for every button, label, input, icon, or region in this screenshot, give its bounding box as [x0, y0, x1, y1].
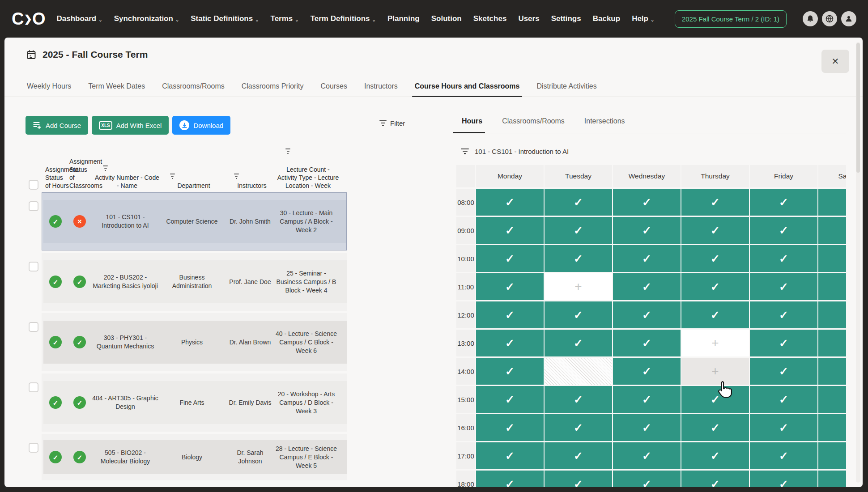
column-header-4[interactable]: Department: [161, 182, 227, 191]
column-header-3[interactable]: Activity Number - Code - Name: [94, 174, 161, 191]
schedule-cell-available[interactable]: ✓: [613, 442, 681, 469]
schedule-cell-available[interactable]: ✓: [613, 386, 681, 413]
schedule-cell-available[interactable]: ✓: [476, 471, 544, 487]
schedule-cell-available[interactable]: ✓: [476, 414, 544, 441]
schedule-cell-available[interactable]: ✓: [750, 358, 817, 385]
schedule-cell-available[interactable]: ✓: [545, 245, 612, 272]
schedule-cell-available[interactable]: ✓: [613, 471, 681, 487]
row-card[interactable]: ✓✓303 - PHY301 - Quantum MechanicsPhysic…: [43, 321, 347, 364]
schedule-cell-available[interactable]: ✓: [545, 442, 612, 469]
schedule-cell-available[interactable]: ✓: [681, 245, 749, 272]
nav-item-synchronization[interactable]: Synchronization⌄: [114, 14, 179, 23]
schedule-cell-available[interactable]: ✓: [681, 414, 749, 441]
app-logo[interactable]: C❯O: [12, 9, 45, 29]
schedule-cell-available[interactable]: ✓: [476, 386, 544, 413]
column-filter-icon[interactable]: [103, 165, 108, 171]
row-checkbox[interactable]: [29, 201, 38, 211]
schedule-cell-available[interactable]: ✓: [818, 245, 846, 272]
active-term-badge[interactable]: 2025 Fall Course Term / 2 (ID: 1): [675, 10, 787, 28]
schedule-cell-available[interactable]: ✓: [681, 273, 749, 300]
schedule-cell-available[interactable]: ✓: [476, 442, 544, 469]
schedule-cell-available[interactable]: ✓: [750, 301, 817, 328]
nav-item-users[interactable]: Users: [518, 14, 539, 23]
schedule-cell-available[interactable]: ✓: [613, 245, 681, 272]
tab-hours[interactable]: Hours: [462, 116, 482, 133]
schedule-cell-available[interactable]: ✓: [545, 414, 612, 441]
tab-classrooms-rooms[interactable]: Classrooms/Rooms: [161, 81, 226, 97]
schedule-cell-blocked[interactable]: [545, 358, 612, 385]
schedule-cell-available[interactable]: ✓: [681, 301, 749, 328]
schedule-filter[interactable]: 101 - CS101 - Introduction to AI: [461, 148, 846, 155]
schedule-cell-available[interactable]: ✓: [818, 471, 846, 487]
schedule-cell-available[interactable]: ✓: [818, 189, 846, 216]
schedule-cell-available[interactable]: ✓: [681, 471, 749, 487]
column-header-6[interactable]: Lecture Count - Activity Type - Lecture …: [277, 165, 339, 191]
schedule-cell-available[interactable]: ✓: [613, 301, 681, 328]
schedule-cell-available[interactable]: ✓: [750, 189, 817, 216]
column-filter-icon[interactable]: [234, 174, 239, 179]
nav-item-planning[interactable]: Planning: [387, 14, 420, 23]
schedule-cell-available[interactable]: ✓: [818, 414, 846, 441]
add-course-button[interactable]: Add Course: [26, 116, 88, 135]
schedule-cell-hover[interactable]: +: [681, 358, 749, 385]
schedule-cell-available[interactable]: ✓: [476, 273, 544, 300]
nav-item-term-definitions[interactable]: Term Definitions⌄: [311, 14, 376, 23]
tab-weekly-hours[interactable]: Weekly Hours: [26, 81, 72, 97]
course-row[interactable]: ✓✕101 - CS101 - Introduction to AIComput…: [27, 192, 347, 250]
row-card[interactable]: ✓✓505 - BIO202 - Molecular BiologyBiolog…: [43, 440, 347, 474]
row-checkbox[interactable]: [29, 262, 38, 271]
tab-intersections[interactable]: Intersections: [584, 116, 625, 133]
schedule-cell-available[interactable]: ✓: [681, 442, 749, 469]
nav-item-terms[interactable]: Terms⌄: [271, 14, 299, 23]
schedule-cell-available[interactable]: ✓: [681, 189, 749, 216]
schedule-cell-available[interactable]: ✓: [545, 217, 612, 244]
add-with-excel-button[interactable]: XLS Add With Excel: [92, 116, 169, 135]
tab-course-hours-and-classrooms[interactable]: Course Hours and Classrooms: [414, 81, 521, 97]
schedule-cell-empty[interactable]: +: [681, 330, 749, 356]
column-header-5[interactable]: Instructors: [227, 182, 277, 191]
schedule-cell-available[interactable]: ✓: [750, 330, 817, 356]
schedule-cell-available[interactable]: ✓: [476, 189, 544, 216]
tab-distribute-activities[interactable]: Distribute Activities: [536, 81, 597, 97]
nav-item-dashboard[interactable]: Dashboard⌄: [56, 14, 102, 23]
nav-item-static-definitions[interactable]: Static Definitions⌄: [191, 14, 259, 23]
row-card[interactable]: ✓✓404 - ART305 - Graphic DesignFine Arts…: [43, 381, 347, 424]
tab-term-week-dates[interactable]: Term Week Dates: [87, 81, 146, 97]
tab-instructors[interactable]: Instructors: [363, 81, 399, 97]
schedule-cell-available[interactable]: ✓: [750, 273, 817, 300]
schedule-cell-available[interactable]: ✓: [476, 245, 544, 272]
schedule-cell-available[interactable]: ✓: [545, 189, 612, 216]
schedule-cell-available[interactable]: ✓: [750, 471, 817, 487]
schedule-cell-available[interactable]: ✓: [681, 217, 749, 244]
schedule-cell-available[interactable]: ✓: [750, 442, 817, 469]
schedule-cell-available[interactable]: ✓: [476, 217, 544, 244]
schedule-cell-available[interactable]: ✓: [818, 358, 846, 385]
schedule-cell-available[interactable]: ✓: [613, 358, 681, 385]
tab-courses[interactable]: Courses: [319, 81, 348, 97]
schedule-cell-available[interactable]: ✓: [545, 386, 612, 413]
select-all-checkbox[interactable]: [29, 180, 38, 190]
notifications-icon[interactable]: [803, 11, 818, 26]
schedule-cell-available[interactable]: ✓: [545, 301, 612, 328]
nav-item-solution[interactable]: Solution: [431, 14, 462, 23]
course-row[interactable]: ✓✓202 - BUS202 - Marketing Basics iyoloj…: [27, 253, 347, 311]
row-card[interactable]: ✓✓202 - BUS202 - Marketing Basics iyoloj…: [43, 260, 347, 303]
row-checkbox[interactable]: [29, 443, 38, 453]
tab-classrooms-priority[interactable]: Classrooms Priority: [241, 81, 305, 97]
column-header-1[interactable]: Assignment Status of Hours: [45, 165, 69, 191]
language-globe-icon[interactable]: [822, 11, 837, 26]
schedule-cell-available[interactable]: ✓: [476, 330, 544, 356]
schedule-cell-available[interactable]: ✓: [613, 330, 681, 356]
schedule-cell-available[interactable]: ✓: [476, 358, 544, 385]
course-row[interactable]: ✓✓505 - BIO202 - Molecular BiologyBiolog…: [27, 434, 347, 480]
schedule-cell-available[interactable]: ✓: [750, 245, 817, 272]
schedule-cell-available[interactable]: ✓: [750, 217, 817, 244]
schedule-cell-available[interactable]: ✓: [613, 217, 681, 244]
schedule-cell-available[interactable]: ✓: [545, 471, 612, 487]
schedule-cell-available[interactable]: ✓: [818, 330, 846, 356]
column-filter-icon[interactable]: [285, 148, 290, 154]
schedule-cell-available[interactable]: ✓: [476, 301, 544, 328]
course-row[interactable]: ✓✓404 - ART305 - Graphic DesignFine Arts…: [27, 373, 347, 432]
row-checkbox[interactable]: [29, 322, 38, 332]
schedule-cell-available[interactable]: ✓: [613, 414, 681, 441]
